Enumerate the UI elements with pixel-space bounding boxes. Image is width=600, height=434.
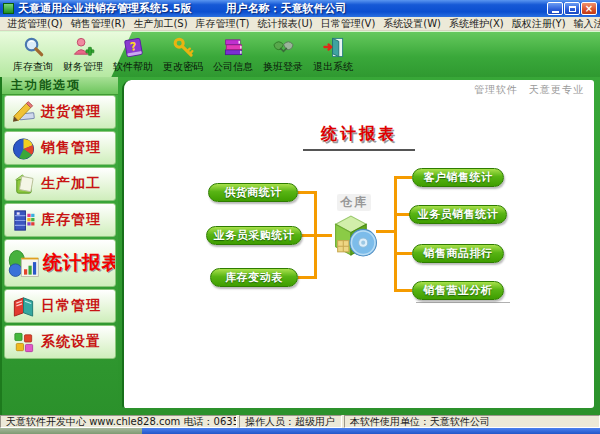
minimize-icon <box>552 11 559 13</box>
toolbar-buttons: 库存查询 财务管理 ? <box>8 34 358 74</box>
sidebar-item-label: 系统设置 <box>41 333 101 351</box>
minimize-button[interactable] <box>547 2 563 15</box>
sidebar-item-label: 进货管理 <box>41 103 101 121</box>
toolbar: 库存查询 财务管理 ? <box>0 31 600 77</box>
toolbar-button-company-info[interactable]: 公司信息 <box>208 34 258 74</box>
blocks-icon <box>11 330 36 355</box>
toolbar-button-change-password[interactable]: 更改密码 <box>158 34 208 74</box>
slogan-text: 管理软件 天意更专业 <box>474 83 584 97</box>
sidebar-item-sales[interactable]: 销售管理 <box>4 131 116 165</box>
toolbar-button-shift-login[interactable]: 换班登录 <box>258 34 308 74</box>
flow-node-customer-sales-stats[interactable]: 客户销售统计 <box>412 168 504 187</box>
key-icon <box>172 36 195 59</box>
cabinet-icon <box>11 208 36 233</box>
toolbar-button-label: 更改密码 <box>163 60 203 74</box>
menu-item-production[interactable]: 生产加工(S) <box>130 17 190 31</box>
menu-item-registration[interactable]: 版权注册(Y) <box>509 17 569 31</box>
status-bar: 天意软件开发中心 www.chle828.com 电话：0635-7987985… <box>0 415 600 428</box>
toolbar-button-label: 换班登录 <box>263 60 303 74</box>
main-area: 管理软件 天意更专业 统计报表 供货商统计 业务员采购统计 库 <box>118 77 600 415</box>
toolbar-button-exit[interactable]: 退出系统 <box>308 34 358 74</box>
sidebar-item-label: 销售管理 <box>41 139 101 157</box>
toolbar-button-label: 库存查询 <box>13 60 53 74</box>
menu-item-purchase[interactable]: 进货管理(Q) <box>4 17 66 31</box>
flow-node-sales-business-analysis[interactable]: 销售营业分析 <box>412 281 504 300</box>
app-window: 天意通用企业进销存管理系统5.5版 用户名称：天意软件公司 × 进货管理(Q) … <box>0 0 600 434</box>
taskbar-strip <box>0 428 600 434</box>
shadow-line <box>416 302 510 303</box>
status-company-info: 天意软件开发中心 www.chle828.com 电话：0635-7987985… <box>0 415 237 428</box>
flow-chart-title: 统计报表 <box>321 124 397 145</box>
status-license-unit: 本软件使用单位：天意软件公司 <box>344 415 600 428</box>
connector-line <box>394 176 412 179</box>
menu-item-maintenance[interactable]: 系统维护(X) <box>446 17 507 31</box>
menu-item-sales[interactable]: 销售管理(R) <box>68 17 129 31</box>
sidebar-item-settings[interactable]: 系统设置 <box>4 325 116 359</box>
sidebar-header: 主功能选项 <box>2 77 118 95</box>
magnifier-icon <box>22 36 45 59</box>
connector-line <box>394 176 397 292</box>
toolbar-button-label: 财务管理 <box>63 60 103 74</box>
restore-icon <box>569 6 576 12</box>
title-bar: 天意通用企业进销存管理系统5.5版 用户名称：天意软件公司 × <box>0 0 600 17</box>
sidebar-item-label: 库存管理 <box>41 211 101 229</box>
sidebar: 主功能选项 进货管理 销售管理 <box>0 77 118 415</box>
daily-book-icon <box>11 294 36 319</box>
flow-node-supplier-stats[interactable]: 供货商统计 <box>208 183 298 202</box>
close-button[interactable]: × <box>581 2 597 15</box>
app-body: 主功能选项 进货管理 销售管理 <box>0 77 600 415</box>
menu-item-settings[interactable]: 系统设置(W) <box>380 17 444 31</box>
toolbar-button-help[interactable]: ? 软件帮助 <box>108 34 158 74</box>
status-operator: 操作人员：超级用户 <box>239 415 342 428</box>
menu-item-reports[interactable]: 统计报表(U) <box>255 17 316 31</box>
toolbar-button-label: 公司信息 <box>213 60 253 74</box>
sidebar-item-reports-selected[interactable]: 统计报表 <box>4 239 116 287</box>
taskbar-left-segment <box>0 428 142 434</box>
flow-node-purchaser-stats[interactable]: 业务员采购统计 <box>206 226 302 245</box>
sidebar-item-label: 生产加工 <box>41 175 101 193</box>
sidebar-item-label: 日常管理 <box>41 297 101 315</box>
flow-node-salesman-sales-stats[interactable]: 业务员销售统计 <box>409 205 507 224</box>
warehouse-label: 仓库 <box>337 194 371 211</box>
window-user-label: 用户名称：天意软件公司 <box>226 1 347 16</box>
finance-person-icon <box>72 36 95 59</box>
menu-item-ime[interactable]: 输入法(Z) <box>571 17 600 31</box>
flow-node-stock-change[interactable]: 库存变动表 <box>210 268 298 287</box>
flow-node-product-sales-ranking[interactable]: 销售商品排行 <box>412 244 504 263</box>
title-underline <box>303 149 415 151</box>
folder-leaf-icon <box>11 172 36 197</box>
toolbar-button-finance[interactable]: 财务管理 <box>58 34 108 74</box>
sidebar-item-label: 统计报表 <box>43 250 116 276</box>
app-icon <box>3 3 14 14</box>
books-icon <box>222 36 245 59</box>
toolbar-button-label: 软件帮助 <box>113 60 153 74</box>
report-chart-icon <box>7 246 41 280</box>
menu-item-daily[interactable]: 日常管理(V) <box>318 17 379 31</box>
connector-line <box>394 213 410 216</box>
menu-item-inventory[interactable]: 库存管理(T) <box>193 17 253 31</box>
window-title: 天意通用企业进销存管理系统5.5版 <box>18 1 192 16</box>
sidebar-item-purchase[interactable]: 进货管理 <box>4 95 116 129</box>
menu-bar: 进货管理(Q) 销售管理(R) 生产加工(S) 库存管理(T) 统计报表(U) … <box>0 17 600 31</box>
help-book-icon: ? <box>122 36 145 59</box>
warehouse-icon <box>329 212 379 259</box>
toolbar-button-label: 退出系统 <box>313 60 353 74</box>
sidebar-item-production[interactable]: 生产加工 <box>4 167 116 201</box>
connector-line <box>394 252 412 255</box>
exit-door-icon <box>322 36 345 59</box>
connector-line <box>394 289 412 292</box>
flow-center-warehouse: 仓库 <box>326 194 382 259</box>
content-panel: 管理软件 天意更专业 统计报表 供货商统计 业务员采购统计 库 <box>122 80 594 408</box>
sidebar-item-inventory[interactable]: 库存管理 <box>4 203 116 237</box>
sidebar-item-daily[interactable]: 日常管理 <box>4 289 116 323</box>
pie-chart-icon <box>11 136 36 161</box>
pencil-tools-icon <box>11 100 36 125</box>
toolbar-button-stock-query[interactable]: 库存查询 <box>8 34 58 74</box>
restore-button[interactable] <box>564 2 580 15</box>
handshake-icon <box>272 36 295 59</box>
